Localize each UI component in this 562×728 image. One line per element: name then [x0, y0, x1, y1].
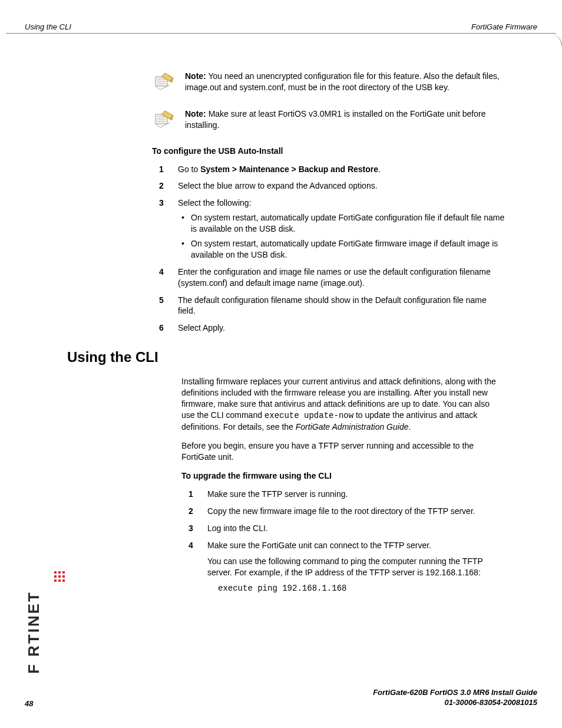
note-icon: [152, 71, 177, 92]
step-3-sublist: On system restart, automatically update …: [178, 212, 505, 261]
header-curve: [529, 33, 562, 46]
note-block-1: Note: You need an unencrypted configurat…: [152, 71, 505, 93]
step-2: Select the blue arrow to expand the Adva…: [152, 180, 505, 192]
running-header-left: Using the CLI: [25, 22, 71, 31]
step-5: The default configuration filename shoul…: [152, 295, 505, 317]
footer-doc-info: FortiGate-620B FortiOS 3.0 MR6 Install G…: [373, 688, 537, 708]
fortinet-logo: F RTINET: [25, 550, 43, 674]
paragraph: Installing firmware replaces your curren…: [181, 376, 504, 432]
step-3: Log into the CLI.: [181, 523, 504, 534]
step-4: Make sure the FortiGate unit can connect…: [181, 540, 504, 594]
step-4-paragraph: You can use the following command to pin…: [207, 556, 504, 578]
step-2: Copy the new firmware image file to the …: [181, 506, 504, 517]
procedure-heading-1: To configure the USB Auto-Install: [152, 146, 505, 156]
note-block-2: Note: Make sure at least FortiOS v3.0MR1…: [152, 108, 505, 131]
procedure-2-steps: Make sure the TFTP server is running. Co…: [181, 489, 504, 594]
note-icon: [152, 108, 177, 130]
step-6: Select Apply.: [152, 322, 505, 334]
sub-item: On system restart, automatically update …: [178, 238, 505, 261]
procedure-1-steps: Go to System > Maintenance > Backup and …: [152, 164, 505, 334]
sub-item: On system restart, automatically update …: [178, 212, 505, 235]
header-rule: [6, 33, 556, 34]
step-4: Enter the configuration and image file n…: [152, 266, 505, 289]
code-block: execute ping 192.168.1.168: [218, 583, 504, 594]
paragraph: Before you begin, ensure you have a TFTP…: [181, 440, 504, 463]
step-1: Make sure the TFTP server is running.: [181, 489, 504, 500]
procedure-heading-2: To upgrade the firmware using the CLI: [181, 471, 504, 480]
page-number: 48: [25, 699, 33, 708]
logo-dots-icon: [54, 571, 65, 582]
section-heading-using-cli: Using the CLI: [67, 349, 158, 365]
step-3: Select the following: On system restart,…: [152, 197, 505, 260]
note-text-1: Note: You need an unencrypted configurat…: [185, 71, 505, 93]
step-1: Go to System > Maintenance > Backup and …: [152, 164, 505, 175]
running-header-right: FortiGate Firmware: [471, 22, 537, 31]
note-text-2: Note: Make sure at least FortiOS v3.0MR1…: [185, 108, 505, 131]
